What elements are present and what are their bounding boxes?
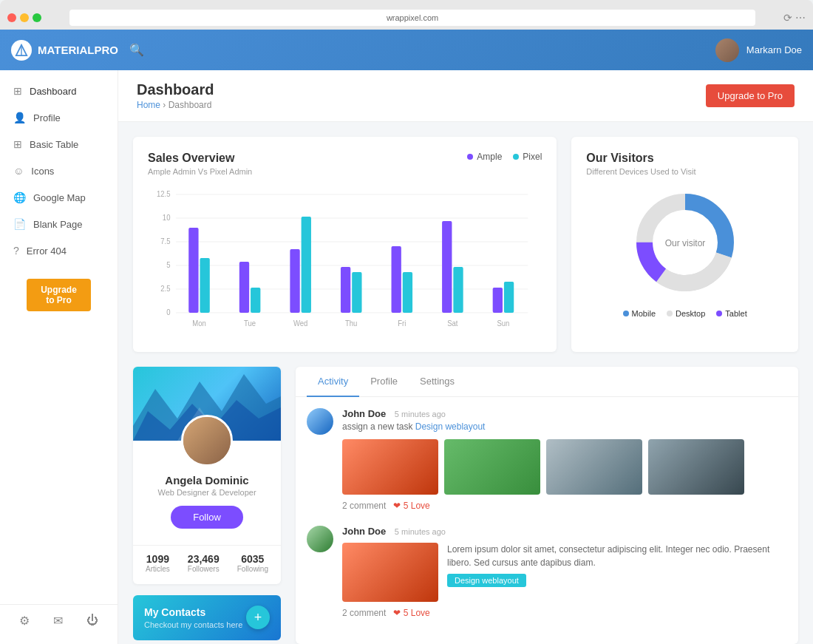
dashboard-icon: ⊞ (13, 85, 22, 97)
act-avatar-2 (307, 526, 333, 552)
profile-info: Angela Dominic Web Designer & Developer … (133, 467, 281, 545)
act-love-2: ❤ 5 Love (393, 608, 429, 618)
topnav: MATERIALPRO 🔍 Markarn Doe (0, 30, 813, 70)
visitors-title: Our Visitors (586, 152, 783, 165)
act-time-2: 5 minutes ago (395, 527, 446, 536)
main-upgrade-button[interactable]: Upgrade to Pro (706, 84, 795, 107)
svg-rect-26 (392, 246, 401, 313)
act-tag[interactable]: Design weblayout (447, 574, 526, 587)
svg-text:2.5: 2.5 (160, 285, 171, 293)
map-icon: 🌐 (13, 191, 26, 203)
sales-subtitle: Ample Admin Vs Pixel Admin (148, 167, 252, 176)
svg-text:12.5: 12.5 (157, 190, 171, 198)
sidebar-label-basic-table: Basic Table (30, 139, 78, 150)
activity-list: John Doe 5 minutes ago assign a new task… (296, 397, 798, 644)
act-body-2: John Doe 5 minutes ago Lorem ipsum dolor… (342, 526, 787, 618)
avatar (715, 38, 739, 62)
contacts-card: My Contacts Checkout my contacts here + (133, 595, 281, 640)
followers-label: Followers (188, 565, 220, 573)
activity-tabs: Activity Profile Settings (296, 367, 798, 397)
act-time-1: 5 minutes ago (395, 410, 446, 418)
sidebar-item-dashboard[interactable]: ⊞ Dashboard (0, 78, 118, 104)
page-icon: 📄 (13, 218, 26, 230)
svg-text:Our visitor: Our visitor (664, 238, 705, 248)
brand-icon (11, 40, 32, 61)
chart-legend: Ample Pixel (467, 152, 542, 162)
sidebar-item-blank-page[interactable]: 📄 Blank Page (0, 211, 118, 237)
sales-overview-card: Sales Overview Ample Admin Vs Pixel Admi… (133, 137, 557, 352)
donut-legend: Mobile Desktop Tablet (623, 309, 747, 318)
power-icon[interactable]: ⏻ (86, 614, 98, 628)
svg-text:Thu: Thu (345, 319, 357, 328)
svg-rect-27 (403, 272, 412, 313)
activity-item: John Doe 5 minutes ago assign a new task… (307, 408, 787, 511)
svg-rect-15 (200, 258, 209, 313)
breadcrumb-home[interactable]: Home (137, 100, 160, 110)
act-text-1: assign a new task Design weblayout (342, 421, 787, 432)
sidebar-item-google-map[interactable]: 🌐 Google Map (0, 184, 118, 211)
tab-profile[interactable]: Profile (359, 367, 409, 397)
search-icon[interactable]: 🔍 (129, 43, 144, 57)
tablet-dot (716, 311, 722, 316)
follow-button[interactable]: Follow (171, 506, 243, 529)
following-stat: 6035 Following (237, 553, 268, 573)
profile-icon: 👤 (13, 112, 26, 123)
articles-num: 1099 (146, 553, 170, 565)
svg-text:10: 10 (163, 214, 171, 222)
page-title: Dashboard (137, 81, 214, 98)
sidebar-label-icons: Icons (31, 166, 54, 177)
act-single-image (342, 543, 438, 602)
act-image-2 (444, 439, 540, 495)
user-menu[interactable]: Markarn Doe (715, 38, 802, 62)
svg-text:Sun: Sun (497, 319, 509, 328)
svg-rect-14 (188, 228, 198, 313)
profile-avatar (181, 415, 233, 467)
main-content: Dashboard Home › Dashboard Upgrade to Pr… (118, 70, 813, 644)
mobile-dot (623, 311, 629, 316)
act-meta-1: 2 comment ❤ 5 Love (342, 501, 787, 511)
bottom-row: Angela Dominic Web Designer & Developer … (133, 367, 798, 644)
sidebar-upgrade-button[interactable]: Upgrade to Pro (27, 279, 91, 311)
act-link-1[interactable]: Design weblayout (415, 421, 486, 432)
svg-text:Wed: Wed (293, 319, 307, 328)
act-image-4 (648, 439, 744, 495)
sidebar-item-basic-table[interactable]: ⊞ Basic Table (0, 131, 118, 157)
tablet-label: Tablet (725, 309, 746, 318)
act-avatar-1 (307, 408, 333, 435)
contacts-fab[interactable]: + (246, 606, 270, 629)
sidebar: ⊞ Dashboard 👤 Profile ⊞ Basic Table ☺ Ic… (0, 70, 118, 644)
tab-settings[interactable]: Settings (409, 367, 466, 397)
svg-text:5: 5 (166, 261, 171, 269)
sales-title: Sales Overview (148, 152, 252, 165)
act-user-2: John Doe (342, 526, 386, 537)
breadcrumb: Home › Dashboard (137, 100, 214, 110)
settings-icon[interactable]: ⚙ (19, 614, 30, 628)
pixel-legend-dot (513, 154, 519, 160)
mobile-label: Mobile (632, 309, 656, 318)
sidebar-item-error-404[interactable]: ? Error 404 (0, 237, 118, 264)
visitors-subtitle: Different Devices Used to Visit (586, 167, 783, 176)
tab-activity[interactable]: Activity (307, 367, 359, 397)
act-image-3 (546, 439, 642, 495)
sidebar-footer: ⚙ ✉ ⏻ (0, 604, 118, 637)
profile-stats: 1099 Articles 23,469 Followers 6035 Foll… (133, 545, 281, 584)
ample-legend-label: Ample (477, 152, 502, 162)
svg-rect-32 (493, 288, 503, 313)
sidebar-item-profile[interactable]: 👤 Profile (0, 104, 118, 131)
mail-icon[interactable]: ✉ (53, 614, 63, 628)
articles-stat: 1099 Articles (146, 553, 170, 573)
table-icon: ⊞ (13, 138, 22, 150)
articles-label: Articles (146, 565, 170, 573)
act-user-1: John Doe (342, 408, 386, 419)
activity-item-2: John Doe 5 minutes ago Lorem ipsum dolor… (307, 526, 787, 618)
svg-rect-17 (239, 262, 249, 313)
act-image-1 (342, 439, 438, 495)
svg-rect-29 (442, 221, 452, 313)
donut-chart: Our visitor Mobile Desktop (586, 183, 783, 318)
svg-text:Fri: Fri (398, 319, 406, 328)
activity-panel: Activity Profile Settings John Doe 5 min… (296, 367, 798, 644)
sidebar-item-icons[interactable]: ☺ Icons (0, 157, 118, 184)
pixel-legend-label: Pixel (523, 152, 542, 162)
svg-rect-20 (290, 249, 299, 313)
svg-rect-21 (302, 217, 311, 313)
